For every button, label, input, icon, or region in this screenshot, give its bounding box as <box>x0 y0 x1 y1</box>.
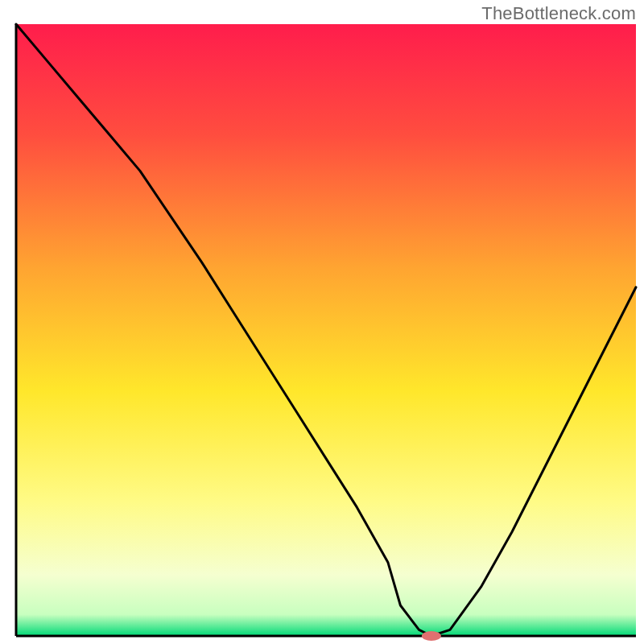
plot-background <box>16 24 636 636</box>
chart-svg <box>0 0 644 644</box>
optimal-point-marker <box>422 631 441 641</box>
watermark-text: TheBottleneck.com <box>481 3 636 24</box>
bottleneck-chart: TheBottleneck.com <box>0 0 644 644</box>
